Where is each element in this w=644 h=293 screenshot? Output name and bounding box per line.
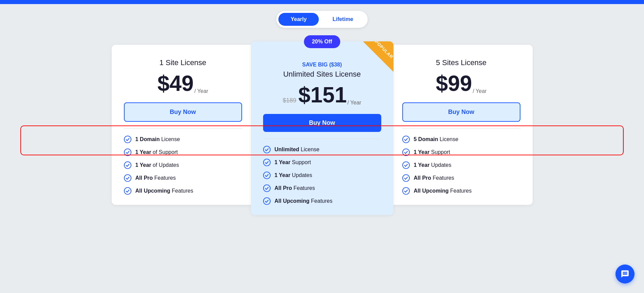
feature-upcoming: All Upcoming Features bbox=[124, 187, 242, 195]
feature-upcoming-five: All Upcoming Features bbox=[402, 187, 520, 195]
check-icon bbox=[402, 161, 410, 169]
plan-one-site: 1 Site License $49/ Year Buy Now 1 Domai… bbox=[112, 45, 254, 205]
plan-one-site-divider bbox=[124, 129, 242, 129]
chat-icon bbox=[621, 270, 629, 278]
check-icon bbox=[124, 136, 131, 143]
check-icon bbox=[124, 174, 131, 182]
chat-button[interactable] bbox=[615, 265, 634, 284]
top-bar bbox=[0, 0, 644, 4]
plan-unlimited-buy-section: Buy Now bbox=[263, 114, 381, 132]
feature-updates-unlimited: 1 Year Updates bbox=[263, 172, 381, 179]
check-icon bbox=[402, 136, 410, 143]
check-icon bbox=[263, 184, 271, 192]
plan-five-sites-period: / Year bbox=[473, 88, 486, 94]
plan-unlimited-price: $151 bbox=[298, 83, 347, 107]
feature-domain-unlimited: Unlimited License bbox=[263, 146, 381, 153]
check-icon bbox=[124, 187, 131, 195]
plan-unlimited: 20% Off POPULAR SAVE BIG ($38) Unlimited… bbox=[251, 41, 393, 215]
plan-unlimited-price-area: $189$151/ Year bbox=[263, 84, 381, 106]
feature-upcoming-unlimited: All Upcoming Features bbox=[263, 197, 381, 205]
svg-point-14 bbox=[402, 188, 409, 194]
plan-unlimited-features: Unlimited License 1 Year Support 1 Year … bbox=[263, 146, 381, 205]
svg-point-7 bbox=[263, 172, 270, 179]
svg-point-5 bbox=[263, 146, 270, 153]
svg-point-8 bbox=[263, 185, 270, 192]
svg-point-3 bbox=[124, 175, 131, 181]
plan-one-site-features: 1 Domain License 1 Year of Support 1 Yea… bbox=[124, 136, 242, 195]
check-icon bbox=[263, 172, 271, 179]
plan-five-sites-buy-button[interactable]: Buy Now bbox=[402, 102, 520, 122]
plan-unlimited-divider bbox=[263, 139, 381, 139]
plan-five-sites-name: 5 Sites License bbox=[402, 58, 520, 67]
plan-one-site-period: / Year bbox=[194, 88, 208, 94]
svg-point-11 bbox=[402, 149, 409, 156]
check-icon bbox=[402, 187, 410, 195]
feature-pro-five: All Pro Features bbox=[402, 174, 520, 182]
svg-point-13 bbox=[402, 175, 409, 181]
plan-one-site-price-area: $49/ Year bbox=[124, 73, 242, 94]
check-icon bbox=[402, 174, 410, 182]
svg-point-1 bbox=[124, 149, 131, 156]
feature-pro-unlimited: All Pro Features bbox=[263, 184, 381, 192]
svg-point-4 bbox=[124, 188, 131, 194]
yearly-toggle[interactable]: Yearly bbox=[278, 13, 319, 26]
billing-toggle-section: Yearly Lifetime bbox=[0, 4, 644, 38]
popular-ribbon-text: POPULAR bbox=[374, 41, 393, 60]
discount-badge: 20% Off bbox=[304, 35, 341, 48]
plan-five-sites-price-area: $99/ Year bbox=[402, 73, 520, 94]
popular-ribbon: POPULAR bbox=[363, 41, 393, 72]
check-icon bbox=[263, 197, 271, 205]
check-icon bbox=[263, 159, 271, 166]
feature-support: 1 Year of Support bbox=[124, 149, 242, 156]
svg-point-9 bbox=[263, 198, 270, 204]
plan-five-sites-buy-section: Buy Now bbox=[402, 102, 520, 122]
plan-unlimited-original-price: $189 bbox=[283, 97, 296, 104]
plan-one-site-price: $49 bbox=[158, 71, 194, 96]
plan-one-site-buy-button[interactable]: Buy Now bbox=[124, 102, 242, 122]
svg-point-2 bbox=[124, 162, 131, 169]
feature-updates-five: 1 Year Updates bbox=[402, 161, 520, 169]
check-icon bbox=[263, 146, 271, 153]
pricing-section: 1 Site License $49/ Year Buy Now 1 Domai… bbox=[0, 38, 644, 218]
plan-unlimited-period: / Year bbox=[347, 100, 361, 105]
feature-support-five: 1 Year Support bbox=[402, 149, 520, 156]
plan-one-site-buy-section: Buy Now bbox=[124, 102, 242, 122]
svg-point-0 bbox=[124, 136, 131, 143]
svg-point-6 bbox=[263, 159, 270, 166]
check-icon bbox=[402, 149, 410, 156]
check-icon bbox=[124, 149, 131, 156]
plan-one-site-name: 1 Site License bbox=[124, 58, 242, 67]
feature-updates: 1 Year of Updates bbox=[124, 161, 242, 169]
lifetime-toggle[interactable]: Lifetime bbox=[320, 13, 365, 26]
feature-domain: 1 Domain License bbox=[124, 136, 242, 143]
plan-five-sites-price: $99 bbox=[436, 71, 472, 96]
plan-unlimited-buy-button[interactable]: Buy Now bbox=[263, 114, 381, 132]
plan-five-sites-divider bbox=[402, 129, 520, 129]
plan-five-sites: 5 Sites License $99/ Year Buy Now 5 Doma… bbox=[390, 45, 533, 205]
billing-toggle: Yearly Lifetime bbox=[276, 11, 368, 28]
feature-domain-five: 5 Domain License bbox=[402, 136, 520, 143]
svg-point-10 bbox=[402, 136, 409, 143]
check-icon bbox=[124, 161, 131, 169]
feature-support-unlimited: 1 Year Support bbox=[263, 159, 381, 166]
svg-point-12 bbox=[402, 162, 409, 169]
feature-pro: All Pro Features bbox=[124, 174, 242, 182]
plan-five-sites-features: 5 Domain License 1 Year Support 1 Year U… bbox=[402, 136, 520, 195]
